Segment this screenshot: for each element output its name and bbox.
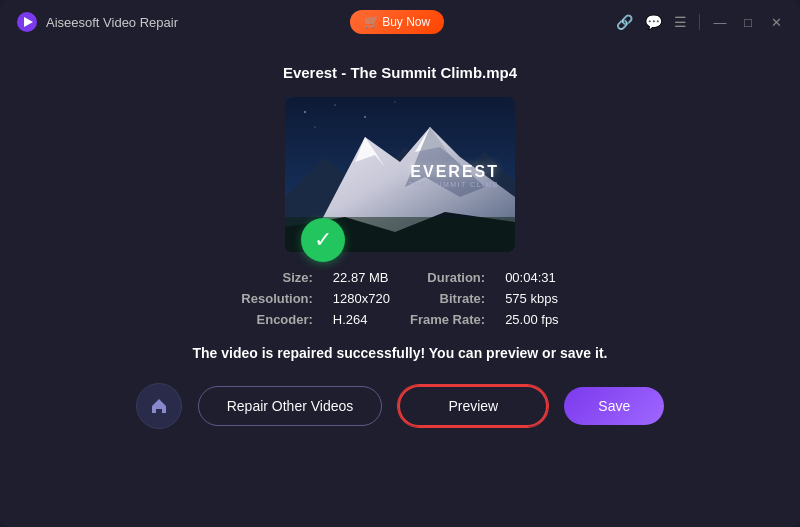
encoder-value: H.264 [333, 312, 390, 327]
buy-now-button[interactable]: 🛒 Buy Now [350, 10, 444, 34]
svg-point-6 [395, 102, 396, 103]
bottom-buttons: Repair Other Videos Preview Save [136, 383, 665, 429]
resolution-value: 1280x720 [333, 291, 390, 306]
success-badge: ✓ [301, 218, 345, 262]
title-bar-left: Aiseesoft Video Repair [16, 11, 178, 33]
repair-other-videos-button[interactable]: Repair Other Videos [198, 386, 383, 426]
app-logo-icon [16, 11, 38, 33]
info-grid: Size: 22.87 MB Duration: 00:04:31 Resolu… [241, 270, 558, 327]
everest-title-text: EVEREST [408, 162, 499, 180]
size-value: 22.87 MB [333, 270, 390, 285]
resolution-label: Resolution: [241, 291, 313, 306]
svg-point-3 [304, 111, 306, 113]
save-button[interactable]: Save [564, 387, 664, 425]
video-filename: Everest - The Summit Climb.mp4 [283, 64, 517, 81]
maximize-button[interactable]: □ [740, 15, 756, 30]
duration-value: 00:04:31 [505, 270, 559, 285]
title-divider [699, 14, 700, 30]
title-bar-center: 🛒 Buy Now [350, 10, 444, 34]
svg-point-4 [334, 104, 335, 105]
home-icon [149, 396, 169, 416]
encoder-label: Encoder: [241, 312, 313, 327]
minimize-button[interactable]: — [712, 15, 728, 30]
everest-overlay: EVEREST THE SUMMIT CLIMB [408, 162, 499, 187]
bitrate-value: 575 kbps [505, 291, 559, 306]
size-label: Size: [241, 270, 313, 285]
chat-icon[interactable]: 💬 [645, 14, 662, 30]
main-content: Everest - The Summit Climb.mp4 [0, 44, 800, 527]
preview-button[interactable]: Preview [398, 385, 548, 427]
success-message: The video is repaired successfully! You … [193, 345, 608, 361]
link-icon[interactable]: 🔗 [616, 14, 633, 30]
close-button[interactable]: ✕ [768, 15, 784, 30]
svg-point-7 [314, 126, 315, 127]
title-bar-right: 🔗 💬 ☰ — □ ✕ [616, 14, 784, 30]
framerate-label: Frame Rate: [410, 312, 485, 327]
everest-subtitle-text: THE SUMMIT CLIMB [408, 180, 499, 187]
framerate-value: 25.00 fps [505, 312, 559, 327]
bitrate-label: Bitrate: [410, 291, 485, 306]
home-button[interactable] [136, 383, 182, 429]
video-thumbnail-container: EVEREST THE SUMMIT CLIMB ✓ [285, 97, 515, 252]
title-bar: Aiseesoft Video Repair 🛒 Buy Now 🔗 💬 ☰ —… [0, 0, 800, 44]
app-window: Aiseesoft Video Repair 🛒 Buy Now 🔗 💬 ☰ —… [0, 0, 800, 527]
app-title: Aiseesoft Video Repair [46, 15, 178, 30]
duration-label: Duration: [410, 270, 485, 285]
menu-icon[interactable]: ☰ [674, 14, 687, 30]
svg-point-5 [364, 116, 366, 118]
